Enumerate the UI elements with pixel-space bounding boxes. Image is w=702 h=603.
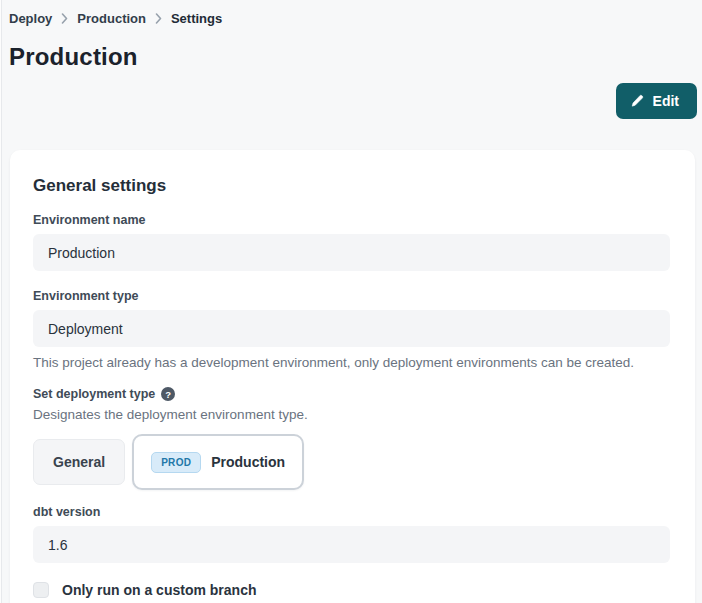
- deployment-type-label: Set deployment type: [33, 387, 155, 401]
- environment-type-label: Environment type: [33, 289, 670, 303]
- custom-branch-label[interactable]: Only run on a custom branch: [62, 582, 256, 598]
- edit-button[interactable]: Edit: [616, 83, 697, 119]
- environment-settings-page: Deploy Production Settings Production Ed…: [0, 0, 702, 603]
- deployment-type-description: Designates the deployment environment ty…: [33, 407, 670, 422]
- left-edge-divider: [0, 0, 2, 603]
- general-settings-card: General settings Environment name Enviro…: [10, 150, 695, 603]
- deployment-type-label-row: Set deployment type ?: [33, 387, 670, 401]
- deployment-type-option-general[interactable]: General: [33, 439, 125, 485]
- environment-type-helper: This project already has a development e…: [33, 355, 670, 370]
- production-option-label: Production: [211, 454, 285, 470]
- breadcrumb-deploy[interactable]: Deploy: [9, 11, 52, 26]
- deployment-type-toggle: General PROD Production: [33, 434, 670, 490]
- chevron-right-icon: [155, 13, 162, 24]
- general-option-label: General: [53, 454, 105, 470]
- environment-name-label: Environment name: [33, 213, 670, 227]
- breadcrumb-settings: Settings: [171, 11, 222, 26]
- chevron-right-icon: [61, 13, 68, 24]
- section-title: General settings: [33, 176, 670, 196]
- custom-branch-row: Only run on a custom branch: [33, 582, 670, 598]
- prod-badge: PROD: [151, 452, 201, 473]
- environment-name-input[interactable]: [33, 234, 670, 271]
- custom-branch-checkbox[interactable]: [33, 582, 49, 598]
- page-title: Production: [9, 43, 702, 71]
- breadcrumb: Deploy Production Settings: [0, 0, 702, 26]
- environment-type-input[interactable]: [33, 310, 670, 347]
- dbt-version-label: dbt version: [33, 505, 670, 519]
- deployment-type-option-production[interactable]: PROD Production: [132, 434, 304, 490]
- help-icon[interactable]: ?: [161, 387, 175, 401]
- edit-button-label: Edit: [653, 93, 679, 109]
- pencil-icon: [630, 94, 644, 108]
- dbt-version-input[interactable]: [33, 526, 670, 563]
- breadcrumb-production[interactable]: Production: [77, 11, 146, 26]
